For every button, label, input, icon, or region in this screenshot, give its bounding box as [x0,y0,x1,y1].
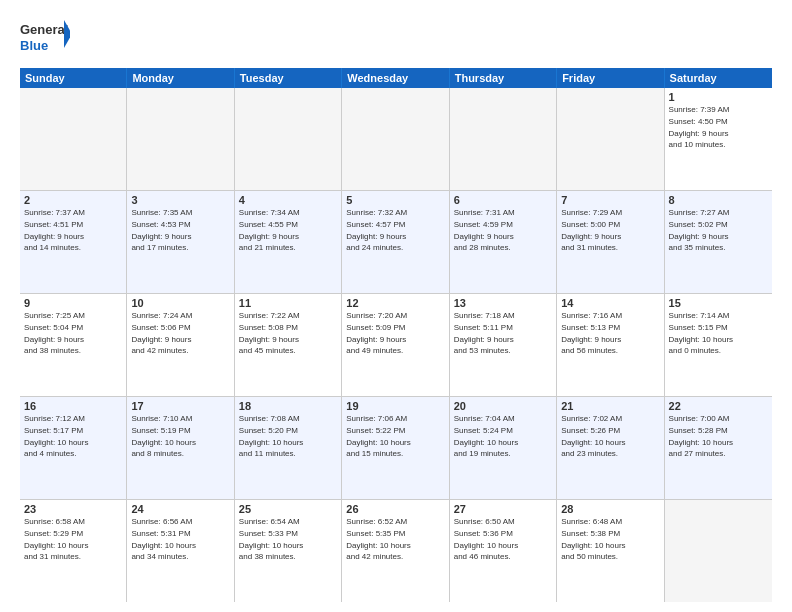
day-number: 16 [24,400,122,412]
day-number: 2 [24,194,122,206]
day-info: Sunrise: 7:22 AM Sunset: 5:08 PM Dayligh… [239,311,300,355]
day-number: 27 [454,503,552,515]
calendar-day-26: 26Sunrise: 6:52 AM Sunset: 5:35 PM Dayli… [342,500,449,602]
day-info: Sunrise: 7:10 AM Sunset: 5:19 PM Dayligh… [131,414,195,458]
calendar-row-3: 9Sunrise: 7:25 AM Sunset: 5:04 PM Daylig… [20,294,772,397]
day-info: Sunrise: 7:35 AM Sunset: 4:53 PM Dayligh… [131,208,192,252]
day-number: 25 [239,503,337,515]
day-info: Sunrise: 6:48 AM Sunset: 5:38 PM Dayligh… [561,517,625,561]
header-day-tuesday: Tuesday [235,68,342,88]
calendar-day-empty-0-5 [557,88,664,190]
day-info: Sunrise: 7:00 AM Sunset: 5:28 PM Dayligh… [669,414,733,458]
day-info: Sunrise: 6:50 AM Sunset: 5:36 PM Dayligh… [454,517,518,561]
day-number: 5 [346,194,444,206]
calendar-day-23: 23Sunrise: 6:58 AM Sunset: 5:29 PM Dayli… [20,500,127,602]
header-day-friday: Friday [557,68,664,88]
day-info: Sunrise: 7:24 AM Sunset: 5:06 PM Dayligh… [131,311,192,355]
day-number: 8 [669,194,768,206]
calendar-day-17: 17Sunrise: 7:10 AM Sunset: 5:19 PM Dayli… [127,397,234,499]
header-day-sunday: Sunday [20,68,127,88]
day-info: Sunrise: 7:04 AM Sunset: 5:24 PM Dayligh… [454,414,518,458]
day-number: 15 [669,297,768,309]
calendar-row-4: 16Sunrise: 7:12 AM Sunset: 5:17 PM Dayli… [20,397,772,500]
svg-text:General: General [20,22,68,37]
calendar-body: 1Sunrise: 7:39 AM Sunset: 4:50 PM Daylig… [20,88,772,602]
day-number: 24 [131,503,229,515]
calendar-day-25: 25Sunrise: 6:54 AM Sunset: 5:33 PM Dayli… [235,500,342,602]
day-info: Sunrise: 7:14 AM Sunset: 5:15 PM Dayligh… [669,311,733,355]
day-number: 12 [346,297,444,309]
day-number: 13 [454,297,552,309]
day-number: 10 [131,297,229,309]
calendar-day-14: 14Sunrise: 7:16 AM Sunset: 5:13 PM Dayli… [557,294,664,396]
header: General Blue [20,16,772,60]
day-info: Sunrise: 7:39 AM Sunset: 4:50 PM Dayligh… [669,105,730,149]
calendar-day-2: 2Sunrise: 7:37 AM Sunset: 4:51 PM Daylig… [20,191,127,293]
day-number: 23 [24,503,122,515]
calendar-day-15: 15Sunrise: 7:14 AM Sunset: 5:15 PM Dayli… [665,294,772,396]
calendar-day-27: 27Sunrise: 6:50 AM Sunset: 5:36 PM Dayli… [450,500,557,602]
calendar-day-12: 12Sunrise: 7:20 AM Sunset: 5:09 PM Dayli… [342,294,449,396]
calendar-day-empty-0-4 [450,88,557,190]
day-number: 3 [131,194,229,206]
calendar-day-empty-0-1 [127,88,234,190]
header-day-saturday: Saturday [665,68,772,88]
logo-svg: General Blue [20,16,70,60]
day-number: 6 [454,194,552,206]
day-info: Sunrise: 7:37 AM Sunset: 4:51 PM Dayligh… [24,208,85,252]
calendar-day-10: 10Sunrise: 7:24 AM Sunset: 5:06 PM Dayli… [127,294,234,396]
calendar-header: SundayMondayTuesdayWednesdayThursdayFrid… [20,68,772,88]
day-number: 21 [561,400,659,412]
day-number: 14 [561,297,659,309]
day-info: Sunrise: 7:16 AM Sunset: 5:13 PM Dayligh… [561,311,622,355]
day-number: 4 [239,194,337,206]
day-number: 19 [346,400,444,412]
day-info: Sunrise: 7:32 AM Sunset: 4:57 PM Dayligh… [346,208,407,252]
calendar: SundayMondayTuesdayWednesdayThursdayFrid… [20,68,772,602]
day-number: 7 [561,194,659,206]
day-info: Sunrise: 6:54 AM Sunset: 5:33 PM Dayligh… [239,517,303,561]
day-info: Sunrise: 6:52 AM Sunset: 5:35 PM Dayligh… [346,517,410,561]
day-info: Sunrise: 6:58 AM Sunset: 5:29 PM Dayligh… [24,517,88,561]
day-info: Sunrise: 7:31 AM Sunset: 4:59 PM Dayligh… [454,208,515,252]
calendar-day-16: 16Sunrise: 7:12 AM Sunset: 5:17 PM Dayli… [20,397,127,499]
calendar-day-empty-0-3 [342,88,449,190]
day-info: Sunrise: 7:06 AM Sunset: 5:22 PM Dayligh… [346,414,410,458]
calendar-day-8: 8Sunrise: 7:27 AM Sunset: 5:02 PM Daylig… [665,191,772,293]
day-number: 18 [239,400,337,412]
calendar-day-28: 28Sunrise: 6:48 AM Sunset: 5:38 PM Dayli… [557,500,664,602]
calendar-day-empty-0-0 [20,88,127,190]
day-info: Sunrise: 7:08 AM Sunset: 5:20 PM Dayligh… [239,414,303,458]
day-number: 9 [24,297,122,309]
day-info: Sunrise: 6:56 AM Sunset: 5:31 PM Dayligh… [131,517,195,561]
calendar-row-5: 23Sunrise: 6:58 AM Sunset: 5:29 PM Dayli… [20,500,772,602]
day-number: 22 [669,400,768,412]
day-number: 1 [669,91,768,103]
day-number: 20 [454,400,552,412]
day-number: 11 [239,297,337,309]
logo: General Blue [20,16,70,60]
page: General Blue SundayMondayTuesdayWednesda… [0,0,792,612]
calendar-row-1: 1Sunrise: 7:39 AM Sunset: 4:50 PM Daylig… [20,88,772,191]
header-day-monday: Monday [127,68,234,88]
calendar-day-7: 7Sunrise: 7:29 AM Sunset: 5:00 PM Daylig… [557,191,664,293]
calendar-day-11: 11Sunrise: 7:22 AM Sunset: 5:08 PM Dayli… [235,294,342,396]
day-info: Sunrise: 7:27 AM Sunset: 5:02 PM Dayligh… [669,208,730,252]
svg-text:Blue: Blue [20,38,48,53]
header-day-thursday: Thursday [450,68,557,88]
day-info: Sunrise: 7:29 AM Sunset: 5:00 PM Dayligh… [561,208,622,252]
calendar-day-21: 21Sunrise: 7:02 AM Sunset: 5:26 PM Dayli… [557,397,664,499]
calendar-day-3: 3Sunrise: 7:35 AM Sunset: 4:53 PM Daylig… [127,191,234,293]
calendar-day-24: 24Sunrise: 6:56 AM Sunset: 5:31 PM Dayli… [127,500,234,602]
day-info: Sunrise: 7:12 AM Sunset: 5:17 PM Dayligh… [24,414,88,458]
header-day-wednesday: Wednesday [342,68,449,88]
day-number: 28 [561,503,659,515]
calendar-day-18: 18Sunrise: 7:08 AM Sunset: 5:20 PM Dayli… [235,397,342,499]
day-info: Sunrise: 7:02 AM Sunset: 5:26 PM Dayligh… [561,414,625,458]
calendar-row-2: 2Sunrise: 7:37 AM Sunset: 4:51 PM Daylig… [20,191,772,294]
calendar-day-9: 9Sunrise: 7:25 AM Sunset: 5:04 PM Daylig… [20,294,127,396]
calendar-day-5: 5Sunrise: 7:32 AM Sunset: 4:57 PM Daylig… [342,191,449,293]
calendar-day-22: 22Sunrise: 7:00 AM Sunset: 5:28 PM Dayli… [665,397,772,499]
calendar-day-empty-0-2 [235,88,342,190]
day-info: Sunrise: 7:20 AM Sunset: 5:09 PM Dayligh… [346,311,407,355]
